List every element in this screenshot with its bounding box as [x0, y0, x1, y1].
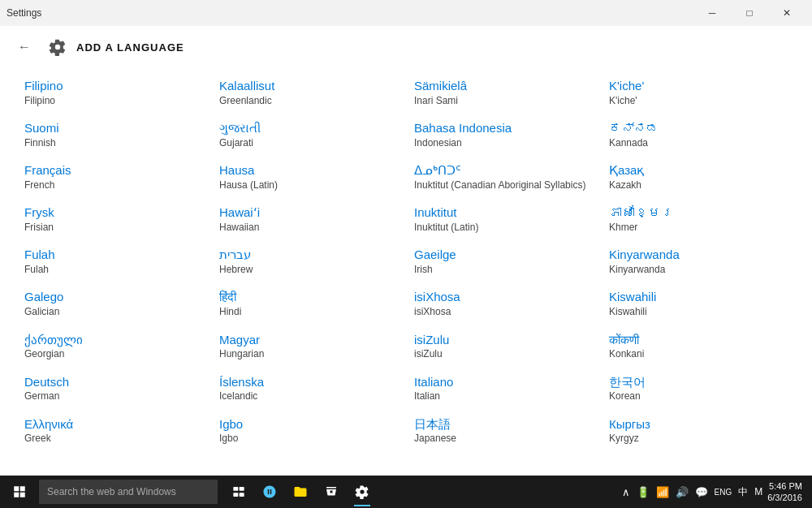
list-item[interactable]: ភាសាខ្មែរKhmer — [601, 198, 796, 240]
lang-english-name: Frisian — [24, 222, 203, 235]
list-item[interactable]: कोंकणीKonkani — [601, 325, 796, 368]
title-bar: Settings ─ □ ✕ — [0, 0, 812, 26]
lang-english-name: Irish — [414, 264, 593, 277]
lang-native-name: Frysk — [24, 204, 203, 221]
list-item[interactable]: InuktitutInuktitut (Latin) — [406, 198, 601, 240]
list-item[interactable]: ಕನ್ನಡKannada — [601, 114, 796, 156]
lang-native-name: Inuktitut — [414, 204, 593, 221]
list-item[interactable]: isiZuluisiZulu — [406, 325, 601, 368]
list-item[interactable]: MagyarHungarian — [211, 325, 406, 368]
clock[interactable]: 5:46 PM 6/3/2016 — [767, 480, 802, 504]
svg-rect-3 — [240, 493, 244, 497]
lang-english-name: Galician — [24, 306, 203, 319]
lang-english-name: Hausa (Latin) — [219, 179, 398, 192]
list-item[interactable]: KinyarwandaKinyarwanda — [601, 240, 796, 282]
lang-native-name: Kiswahili — [609, 289, 788, 305]
list-item[interactable]: FulahFulah — [16, 240, 211, 282]
chevron-up-icon[interactable]: ∧ — [622, 486, 630, 498]
list-item[interactable]: isiXhosaisiXhosa — [406, 282, 601, 325]
main-area: ← ADD A LANGUAGE FilipinoFilipinoKalaall… — [0, 26, 812, 476]
list-item[interactable]: K'iche'K'iche' — [601, 71, 796, 114]
gear-icon — [49, 38, 67, 56]
settings-button[interactable] — [348, 476, 377, 508]
list-item[interactable]: GaeilgeIrish — [406, 240, 601, 282]
list-item[interactable]: עבריתHebrew — [211, 240, 406, 282]
lang-english-name: isiZulu — [414, 348, 593, 361]
lang-native-name: ಕನ್ನಡ — [609, 120, 788, 136]
explorer-button[interactable] — [286, 476, 315, 508]
lang-english-name: Hebrew — [219, 264, 398, 277]
search-bar[interactable]: Search the web and Windows — [39, 480, 218, 504]
store-button[interactable] — [317, 476, 346, 508]
list-item[interactable]: ქართულიGeorgian — [16, 325, 211, 368]
list-item[interactable]: ҚазақKazakh — [601, 156, 796, 198]
lang-english-name: French — [24, 179, 203, 192]
lang-english-name: Inuktitut (Latin) — [414, 222, 593, 235]
list-item[interactable]: FrançaisFrench — [16, 156, 211, 198]
task-view-button[interactable] — [224, 476, 253, 508]
svg-rect-1 — [240, 487, 244, 491]
list-item[interactable]: SämikielâInari Sami — [406, 71, 601, 114]
lang-english-name: Fulah — [24, 264, 203, 277]
m-icon: M — [754, 486, 762, 497]
list-item[interactable]: HawaiʻiHawaiian — [211, 198, 406, 240]
list-item[interactable]: IgboIgbo — [211, 410, 406, 452]
list-item[interactable]: GalegoGalician — [16, 282, 211, 325]
list-item[interactable]: DeutschGerman — [16, 368, 211, 410]
list-item[interactable]: 日本語Japanese — [406, 410, 601, 452]
lang-english-name: isiXhosa — [414, 306, 593, 319]
list-item[interactable]: KalaallisutGreenlandic — [211, 71, 406, 114]
lang-english-name: Greenlandic — [219, 95, 398, 108]
header-with-icon: ADD A LANGUAGE — [49, 38, 184, 56]
lang-native-name: Suomi — [24, 120, 203, 136]
list-item[interactable]: KiswahiliKiswahili — [601, 282, 796, 325]
list-item[interactable]: हिंदीHindi — [211, 282, 406, 325]
windows-icon — [12, 484, 27, 499]
edge-button[interactable] — [255, 476, 284, 508]
lang-native-name: Français — [24, 162, 203, 179]
lang-english-name: Korean — [609, 390, 788, 403]
lang-native-name: 日本語 — [414, 416, 593, 433]
lang-native-name: कोंकणी — [609, 332, 788, 348]
lang-english-name: Japanese — [414, 433, 593, 446]
lang-english-name: Greek — [24, 433, 203, 446]
lang-native-name: Hawaiʻi — [219, 204, 398, 221]
battery-icon: 🔋 — [637, 486, 650, 498]
taskbar: Search the web and Windows — [0, 476, 812, 508]
list-item[interactable]: FilipinoFilipino — [16, 71, 211, 114]
notification-icon[interactable]: 💬 — [695, 486, 708, 498]
lang-native-name: Kalaallisut — [219, 78, 398, 94]
lang-english-name: Hindi — [219, 306, 398, 319]
lang-english-name: Finnish — [24, 137, 203, 150]
lang-english-name: Khmer — [609, 222, 788, 235]
list-item[interactable]: ᐃᓄᒃᑎᑐᑦInuktitut (Canadian Aboriginal Syl… — [406, 156, 601, 198]
search-placeholder: Search the web and Windows — [47, 486, 176, 497]
lang-english-name: Indonesian — [414, 137, 593, 150]
title-bar-left: Settings — [6, 7, 41, 19]
list-item[interactable]: ItalianoItalian — [406, 368, 601, 410]
start-button[interactable] — [3, 476, 36, 508]
svg-rect-0 — [233, 487, 238, 491]
keyboard-icon: ENG — [715, 488, 732, 497]
minimize-button[interactable]: ─ — [693, 0, 731, 26]
maximize-button[interactable]: □ — [731, 0, 768, 26]
lang-native-name: ភាសាខ្មែរ — [609, 204, 788, 221]
lang-english-name: Hungarian — [219, 348, 398, 361]
list-item[interactable]: Bahasa IndonesiaIndonesian — [406, 114, 601, 156]
lang-native-name: Filipino — [24, 78, 203, 94]
list-item[interactable]: FryskFrisian — [16, 198, 211, 240]
back-button[interactable]: ← — [13, 36, 36, 58]
list-item[interactable]: ΕλληνικάGreek — [16, 410, 211, 452]
list-item[interactable]: ÍslenskaIcelandic — [211, 368, 406, 410]
list-item[interactable]: SuomiFinnish — [16, 114, 211, 156]
language-grid: FilipinoFilipinoKalaallisutGreenlandicSä… — [0, 65, 812, 476]
list-item[interactable]: 한국어Korean — [601, 368, 796, 410]
close-button[interactable]: ✕ — [768, 0, 806, 26]
list-item[interactable]: ગુજરાતીGujarati — [211, 114, 406, 156]
volume-icon[interactable]: 🔊 — [676, 486, 689, 498]
lang-native-name: Fulah — [24, 247, 203, 263]
lang-english-name: Kiswahili — [609, 306, 788, 319]
list-item[interactable]: КыргызKyrgyz — [601, 410, 796, 452]
list-item[interactable]: HausaHausa (Latin) — [211, 156, 406, 198]
task-view-icon — [232, 485, 245, 498]
